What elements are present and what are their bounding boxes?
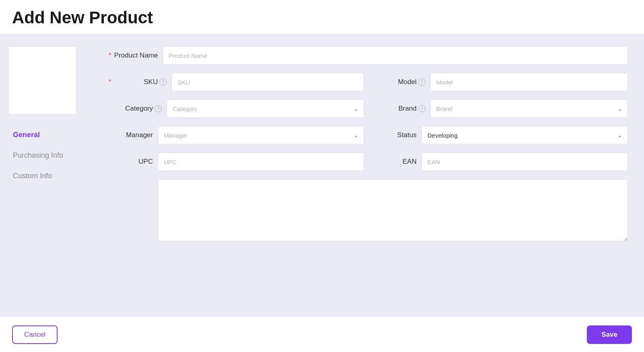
model-label: Model xyxy=(372,78,417,86)
sidebar-item-custom[interactable]: Custom Info xyxy=(8,168,85,184)
sidebar-item-general[interactable]: General xyxy=(8,127,85,143)
product-name-row: * Product Name xyxy=(109,46,628,65)
upc-ean-row: UPC EAN xyxy=(109,152,628,171)
product-name-label: Product Name xyxy=(114,51,158,60)
category-select-wrapper: Category ⌄ xyxy=(167,99,364,118)
product-name-label-group: * Product Name xyxy=(109,51,158,60)
manager-label: Manager xyxy=(109,131,153,139)
description-wrapper xyxy=(158,179,628,243)
description-textarea[interactable] xyxy=(158,179,628,241)
sidebar-item-purchasing[interactable]: Purchasing Info xyxy=(8,147,85,164)
manager-field-group: Manager Manager ⌄ xyxy=(109,126,364,144)
description-row xyxy=(109,179,628,243)
brand-label: Brand xyxy=(372,105,417,113)
sku-help-icon[interactable]: ? xyxy=(159,78,167,86)
upc-input[interactable] xyxy=(158,152,364,171)
page-title: Add New Product xyxy=(12,8,632,27)
model-help-icon[interactable]: ? xyxy=(418,78,425,86)
status-select[interactable]: Developing Active Inactive Discontinued xyxy=(421,126,628,144)
status-label: Status xyxy=(372,131,417,139)
model-label-group: Model ? xyxy=(372,78,425,86)
sku-field-group: * SKU ? xyxy=(109,73,364,91)
category-field-group: Category ? Category ⌄ xyxy=(109,99,364,118)
status-field-group: Status Developing Active Inactive Discon… xyxy=(372,126,628,144)
model-input[interactable] xyxy=(430,73,628,91)
upc-label: UPC xyxy=(109,158,153,166)
upc-label-group: UPC xyxy=(109,158,153,166)
manager-select-wrapper: Manager ⌄ xyxy=(158,126,364,144)
product-image-placeholder[interactable] xyxy=(8,46,76,115)
category-label-group: Category ? xyxy=(109,105,162,113)
brand-select-wrapper: Brand ⌄ xyxy=(430,99,628,118)
ean-field-group: EAN xyxy=(372,152,628,171)
category-label: Category xyxy=(109,105,153,113)
category-help-icon[interactable]: ? xyxy=(155,105,162,112)
ean-input[interactable] xyxy=(421,152,628,171)
sidebar: General Purchasing Info Custom Info xyxy=(0,34,93,317)
page-header: Add New Product xyxy=(0,0,644,34)
description-label-group xyxy=(109,179,153,189)
required-star-sku: * xyxy=(109,78,111,86)
form-grid: * Product Name * SKU ? Model xyxy=(109,46,628,243)
brand-field-group: Brand ? Brand ⌄ xyxy=(372,99,628,118)
cancel-button[interactable]: Cancel xyxy=(12,325,58,344)
brand-label-group: Brand ? xyxy=(372,105,425,113)
manager-label-group: Manager xyxy=(109,131,153,139)
status-label-group: Status xyxy=(372,131,417,139)
ean-label-group: EAN xyxy=(372,158,417,166)
category-select[interactable]: Category xyxy=(167,99,364,118)
upc-field-group: UPC xyxy=(109,152,364,171)
footer-bar: Cancel Save xyxy=(0,317,644,352)
manager-status-row: Manager Manager ⌄ Status xyxy=(109,126,628,144)
sku-label-group: * SKU ? xyxy=(109,78,167,86)
save-button[interactable]: Save xyxy=(587,325,632,344)
brand-help-icon[interactable]: ? xyxy=(418,105,425,112)
required-star-product-name: * xyxy=(109,52,111,59)
sku-model-row: * SKU ? Model ? xyxy=(109,73,628,91)
category-brand-row: Category ? Category ⌄ Brand ? xyxy=(109,99,628,118)
status-select-wrapper: Developing Active Inactive Discontinued … xyxy=(421,126,628,144)
ean-label: EAN xyxy=(372,158,417,166)
sku-input[interactable] xyxy=(171,73,364,91)
main-form-area: * Product Name * SKU ? Model xyxy=(93,34,644,317)
product-name-input[interactable] xyxy=(163,46,628,65)
brand-select[interactable]: Brand xyxy=(430,99,628,118)
description-label xyxy=(109,184,153,189)
sku-label: SKU xyxy=(114,78,158,86)
manager-select[interactable]: Manager xyxy=(158,126,364,144)
model-field-group: Model ? xyxy=(372,73,628,91)
content-area: General Purchasing Info Custom Info * Pr… xyxy=(0,34,644,317)
